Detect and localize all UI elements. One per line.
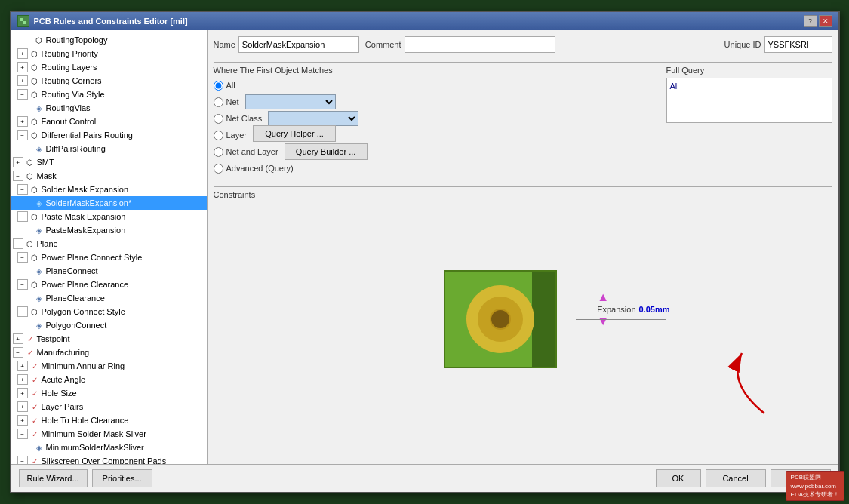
priorities-button[interactable]: Priorities... — [92, 469, 152, 487]
cancel-button[interactable]: Cancel — [706, 469, 766, 487]
routing-layers-toggle[interactable]: + — [17, 62, 28, 72]
manufacturing-icon: ✓ — [25, 347, 35, 358]
paste-mask-toggle[interactable]: − — [17, 211, 28, 222]
radio-advanced-row: Advanced (Query) — [214, 161, 654, 176]
routing-priority-toggle[interactable]: + — [17, 48, 28, 59]
tree-item-routing-vias[interactable]: ◈ RoutingVias — [11, 101, 207, 115]
routing-layers-icon: ⬡ — [29, 62, 40, 72]
radio-layer[interactable] — [214, 131, 223, 140]
smt-toggle[interactable]: + — [13, 157, 23, 167]
radio-all[interactable] — [214, 81, 223, 91]
comment-input[interactable] — [405, 36, 555, 53]
plane-clearance-node-icon: ◈ — [34, 293, 45, 303]
silkscreen-over-toggle[interactable]: − — [17, 456, 28, 464]
tree-item-acute-angle[interactable]: + ✓ Acute Angle — [11, 373, 207, 386]
radio-net-and-layer[interactable] — [214, 147, 223, 157]
hole-clearance-toggle[interactable]: + — [17, 415, 28, 426]
app-icon — [17, 15, 29, 27]
tree-item-manufacturing[interactable]: − ✓ Manufacturing — [11, 346, 207, 359]
tree-item-plane-clearance-node[interactable]: ◈ PlaneClearance — [11, 291, 207, 305]
routing-vias-icon: ◈ — [34, 103, 45, 113]
tree-item-routing-corners[interactable]: + ⬡ Routing Corners — [11, 74, 207, 88]
net-dropdown[interactable] — [245, 94, 336, 109]
tree-item-paste-mask-node[interactable]: ◈ PasteMaskExpansion — [11, 223, 207, 237]
power-clearance-toggle[interactable]: − — [17, 279, 28, 290]
rule-wizard-button[interactable]: Rule Wizard... — [19, 469, 88, 487]
solder-mask-toggle[interactable]: − — [17, 184, 28, 195]
watermark-line2: www.pcbbar.com — [791, 482, 839, 490]
where-left: Where The First Object Matches All Net — [214, 66, 654, 177]
tree-item-plane-connect-node[interactable]: ◈ PlaneConnect — [11, 264, 207, 278]
tree-item-min-solder-sliver-node[interactable]: ◈ MinimumSolderMaskSliver — [11, 441, 207, 454]
tree-item-testpoint[interactable]: + ✓ Testpoint — [11, 332, 207, 346]
tree-item-annular-ring[interactable]: + ✓ Minimum Annular Ring — [11, 359, 207, 373]
tree-item-diff-pairs-node[interactable]: ◈ DiffPairsRouting — [11, 142, 207, 155]
routing-priority-icon: ⬡ — [29, 48, 40, 59]
close-button[interactable]: ✕ — [819, 15, 832, 27]
min-solder-sliver-node-label: MinimumSolderMaskSliver — [46, 443, 144, 452]
where-section: Where The First Object Matches All Net — [214, 66, 832, 177]
expansion-value: 0.05mm — [639, 305, 670, 314]
tree-item-diff-pairs[interactable]: − ⬡ Differential Pairs Routing — [11, 128, 207, 142]
fanout-control-label: Fanout Control — [42, 117, 97, 126]
layer-pairs-icon: ✓ — [29, 401, 40, 412]
query-helper-button[interactable]: Query Helper ... — [253, 125, 336, 142]
annular-ring-toggle[interactable]: + — [17, 361, 28, 371]
tree-item-power-connect[interactable]: − ⬡ Power Plane Connect Style — [11, 250, 207, 264]
expansion-label-row: Expansion 0.05mm — [597, 305, 669, 314]
tree-scroll[interactable]: ⬡ RoutingTopology + ⬡ Routing Priority +… — [11, 30, 207, 464]
min-solder-sliver-toggle[interactable]: − — [17, 429, 28, 439]
tree-item-routing-layers[interactable]: + ⬡ Routing Layers — [11, 60, 207, 74]
tree-item-silkscreen-over[interactable]: − ✓ Silkscreen Over Component Pads — [11, 454, 207, 464]
hole-size-toggle[interactable]: + — [17, 388, 28, 398]
routing-vias-label: RoutingVias — [46, 103, 91, 112]
tree-item-polygon-connect-node[interactable]: ◈ PolygonConnect — [11, 318, 207, 332]
acute-angle-toggle[interactable]: + — [17, 374, 28, 385]
routing-via-style-toggle[interactable]: − — [17, 89, 28, 100]
tree-item-solder-mask-node[interactable]: ◈ SolderMaskExpansion* — [11, 196, 207, 210]
tree-item-smt[interactable]: + ⬡ SMT — [11, 155, 207, 169]
plane-toggle[interactable]: − — [13, 238, 23, 249]
hole-size-label: Hole Size — [42, 389, 77, 398]
radio-netclass-row: Net Class — [214, 111, 654, 126]
ok-button[interactable]: OK — [656, 469, 701, 487]
tree-item-routing-priority[interactable]: + ⬡ Routing Priority — [11, 47, 207, 60]
tree-item-hole-clearance[interactable]: + ✓ Hole To Hole Clearance — [11, 413, 207, 427]
layer-pairs-toggle[interactable]: + — [17, 401, 28, 412]
tree-item-min-solder-sliver[interactable]: − ✓ Minimum Solder Mask Sliver — [11, 427, 207, 441]
help-button[interactable]: ? — [804, 15, 817, 27]
testpoint-icon: ✓ — [25, 333, 35, 344]
tree-item-paste-mask[interactable]: − ⬡ Paste Mask Expansion — [11, 210, 207, 223]
tree-item-polygon-connect[interactable]: − ⬡ Polygon Connect Style — [11, 305, 207, 318]
polygon-connect-toggle[interactable]: − — [17, 306, 28, 317]
tree-item-power-clearance[interactable]: − ⬡ Power Plane Clearance — [11, 278, 207, 291]
tree-item-fanout-control[interactable]: + ⬡ Fanout Control — [11, 115, 207, 128]
tree-item-layer-pairs[interactable]: + ✓ Layer Pairs — [11, 400, 207, 413]
plane-icon: ⬡ — [25, 238, 35, 249]
smt-label: SMT — [37, 158, 54, 167]
radio-advanced[interactable] — [214, 164, 223, 174]
fanout-control-toggle[interactable]: + — [17, 116, 28, 127]
tree-item-hole-size[interactable]: + ✓ Hole Size — [11, 386, 207, 400]
tree-item-solder-mask[interactable]: − ⬡ Solder Mask Expansion — [11, 183, 207, 196]
radio-net-class[interactable] — [214, 114, 223, 124]
diff-pairs-toggle[interactable]: − — [17, 130, 28, 140]
polygon-connect-node-label: PolygonConnect — [46, 321, 107, 330]
solder-mask-icon: ⬡ — [29, 184, 40, 195]
tree-item-routing-topology[interactable]: ⬡ RoutingTopology — [11, 33, 207, 47]
radio-net[interactable] — [214, 97, 223, 107]
uniqueid-input[interactable] — [764, 36, 832, 53]
query-builder-button[interactable]: Query Builder ... — [285, 143, 368, 160]
manufacturing-toggle[interactable]: − — [13, 347, 23, 358]
power-connect-toggle[interactable]: − — [17, 252, 28, 263]
mask-toggle[interactable]: − — [13, 171, 23, 181]
tree-item-routing-via-style[interactable]: − ⬡ Routing Via Style — [11, 88, 207, 101]
diff-pairs-icon: ⬡ — [29, 130, 40, 140]
routing-corners-toggle[interactable]: + — [17, 75, 28, 86]
tree-item-plane[interactable]: − ⬡ Plane — [11, 237, 207, 250]
testpoint-toggle[interactable]: + — [13, 333, 23, 344]
name-input[interactable] — [238, 36, 359, 53]
netclass-dropdown[interactable] — [268, 111, 358, 126]
tree-item-mask[interactable]: − ⬡ Mask — [11, 169, 207, 183]
constraints-section: Constraints — [214, 190, 832, 458]
